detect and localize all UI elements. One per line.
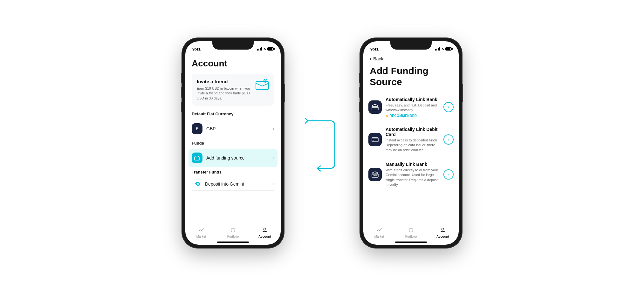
add-funding-label: Add funding source: [206, 155, 273, 160]
funding-item-bank[interactable]: Automatically Link Bank Free, easy, and …: [368, 92, 454, 122]
svg-point-6: [231, 228, 235, 232]
back-chevron-icon: ‹: [370, 56, 371, 62]
section-label-currency: Default Fiat Currency: [192, 112, 274, 116]
invite-icon: [255, 79, 269, 90]
deposit-icon: [192, 181, 201, 187]
nav-market[interactable]: Market: [185, 228, 217, 238]
manual-bank-text: Manually Link Bank Wire funds directly t…: [386, 162, 440, 187]
scene: 9:41 ∿ Account: [0, 0, 644, 286]
funding-options-list: Automatically Link Bank Free, easy, and …: [363, 92, 459, 225]
navigation-arrow: [305, 111, 339, 175]
recommended-text: RECOMMENDED: [390, 114, 417, 118]
svg-rect-0: [256, 81, 269, 90]
bottom-nav: Market Portfolio: [185, 225, 281, 240]
nav-portfolio-2[interactable]: Portfolio: [395, 228, 427, 238]
list-item-gbp[interactable]: £ GBP ›: [192, 119, 274, 138]
nav-portfolio[interactable]: Portfolio: [217, 228, 249, 238]
phone-account: 9:41 ∿ Account: [182, 38, 284, 248]
status-icons-2: ∿: [435, 47, 452, 51]
nav-account[interactable]: Account: [249, 228, 281, 238]
svg-rect-10: [373, 140, 374, 140]
bottom-nav-2: Market Portfolio: [363, 225, 459, 240]
svg-rect-3: [195, 156, 196, 157]
svg-point-12: [409, 228, 413, 232]
battery-icon-2: [445, 47, 452, 51]
back-button[interactable]: ‹ Back: [363, 54, 459, 63]
debit-card-desc: Instant access to deposited funds. Depen…: [386, 138, 440, 153]
deposit-item[interactable]: Deposit into Gemini ›: [192, 178, 274, 191]
nav-account-2[interactable]: Account: [427, 228, 459, 238]
manual-bank-title: Manually Link Bank: [386, 162, 440, 167]
scroll-area: Account Invite a friend Earn $10 USD in …: [185, 54, 281, 225]
recommended-badge: ★ RECOMMENDED: [386, 114, 440, 118]
svg-rect-9: [372, 138, 378, 142]
back-label: Back: [373, 56, 383, 61]
section-transfer: Transfer Funds Deposit into Gemini ›: [192, 170, 274, 191]
nav-market-2[interactable]: Market: [363, 228, 395, 238]
invite-title: Invite a friend: [197, 79, 251, 84]
svg-rect-2: [195, 157, 200, 160]
market-icon-2: [376, 228, 382, 234]
status-icons: ∿: [257, 47, 274, 51]
portfolio-icon-2: [408, 228, 414, 234]
manual-bank-desc: Wire funds directly to or from your Gemi…: [386, 168, 440, 187]
svg-point-5: [196, 182, 200, 186]
account-icon: [262, 228, 268, 234]
signal-icon: [257, 47, 262, 51]
status-time: 9:41: [192, 47, 201, 51]
debit-link-chevron: ›: [443, 134, 454, 145]
section-default-currency: Default Fiat Currency £ GBP ›: [192, 112, 274, 138]
account-icon-2: [440, 228, 446, 234]
arrow-container: [303, 111, 341, 175]
manual-bank-icon: [368, 168, 382, 181]
add-funding-icon: [192, 153, 202, 163]
funding-item-manual[interactable]: Manually Link Bank Wire funds directly t…: [368, 157, 454, 192]
svg-rect-11: [372, 174, 378, 177]
svg-rect-8: [372, 106, 378, 110]
nav-account-label-2: Account: [436, 235, 449, 238]
gbp-icon: £: [192, 123, 202, 134]
add-funding-chevron: ›: [273, 155, 274, 160]
bank-link-title: Automatically Link Bank: [386, 97, 440, 102]
deposit-chevron: ›: [273, 181, 274, 187]
invite-card: Invite a friend Earn $10 USD in bitcoin …: [192, 74, 274, 106]
debit-card-text: Automatically Link Debit Card Instant ac…: [386, 127, 440, 153]
svg-point-7: [264, 228, 266, 230]
invite-desc: Earn $10 USD in bitcoin when you invite …: [197, 86, 251, 101]
home-indicator: [217, 242, 249, 243]
add-funding-page-title: Add FundingSource: [363, 63, 459, 92]
phone-add-funding: 9:41 ∿ ‹ Back: [360, 38, 462, 248]
funding-item-debit[interactable]: Automatically Link Debit Card Instant ac…: [368, 122, 454, 157]
debit-card-icon: [368, 133, 382, 146]
portfolio-icon: [230, 228, 236, 234]
bank-link-icon: [368, 100, 382, 114]
star-icon: ★: [386, 114, 389, 118]
debit-card-title: Automatically Link Debit Card: [386, 127, 440, 137]
signal-icon-2: [435, 47, 440, 51]
market-icon: [198, 228, 204, 234]
wifi-icon-2: ∿: [441, 47, 444, 51]
gbp-chevron: ›: [273, 126, 274, 131]
notch: [212, 41, 254, 50]
nav-portfolio-label-2: Portfolio: [405, 235, 417, 238]
bank-link-desc: Free, easy, and fast. Deposit and withdr…: [386, 103, 440, 113]
gbp-label: GBP: [206, 126, 273, 131]
page-title: Account: [192, 57, 274, 69]
notch-2: [390, 41, 432, 50]
svg-rect-4: [198, 156, 199, 157]
section-label-funds: Funds: [192, 141, 274, 146]
section-funds: Funds Add funding source ›: [192, 141, 274, 167]
bank-link-chevron: ›: [443, 102, 454, 112]
bank-link-text: Automatically Link Bank Free, easy, and …: [386, 97, 440, 118]
status-time-2: 9:41: [370, 47, 379, 51]
list-item-add-funding[interactable]: Add funding source ›: [188, 149, 277, 167]
nav-market-label: Market: [196, 235, 206, 238]
home-indicator-2: [395, 242, 427, 243]
manual-link-chevron: ›: [443, 169, 454, 180]
deposit-label: Deposit into Gemini: [205, 181, 273, 187]
svg-point-13: [442, 228, 444, 230]
nav-portfolio-label: Portfolio: [227, 235, 239, 238]
wifi-icon: ∿: [263, 47, 266, 51]
nav-account-label: Account: [258, 235, 271, 238]
battery-icon: [267, 47, 274, 51]
